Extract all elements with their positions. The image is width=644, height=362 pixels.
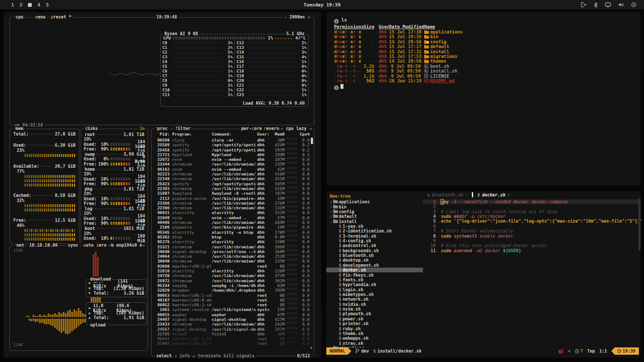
- process-row[interactable]: 2112pipewire-pulse/usr/bin/pipewire-dhh1…: [152, 196, 314, 201]
- neotree-item-default[interactable]: ❯default: [326, 214, 423, 219]
- process-row[interactable]: 96162nvimnvim --embed .dhh42M0.0: [152, 167, 314, 172]
- volume-icon[interactable]: [618, 2, 624, 7]
- process-row[interactable]: 96031alacrittyalacrittydhh151M0.0: [152, 210, 314, 215]
- process-row[interactable]: 95345alacrittyalacritty -e btopdhh170M0.…: [152, 230, 314, 235]
- net-box-title[interactable]: ³net: [13, 243, 25, 248]
- process-row[interactable]: 25972chromium/usr/lib/chromium/dhh302M0.…: [152, 278, 314, 283]
- preset-button[interactable]: preset *: [49, 15, 73, 20]
- process-row[interactable]: 23344chromium/usr/lib/chromium/dhh235M0.…: [152, 162, 314, 166]
- neotree-item-3-terminal.sh[interactable]: $3-terminal.sh: [326, 234, 423, 238]
- neotree-item-mimetypes.sh[interactable]: $mimetypes.sh: [326, 292, 423, 297]
- neotree-item-nvim.sh[interactable]: $nvim.sh: [326, 307, 423, 311]
- neotree-item-theme.sh[interactable]: $theme.sh: [326, 331, 423, 336]
- scroll-up-indicator[interactable]: ↑: [308, 132, 310, 136]
- neotree-item-printer.sh[interactable]: $printer.sh: [326, 321, 423, 326]
- process-row[interactable]: 95376alacrittyalacrittydhh158M0.0: [152, 239, 314, 244]
- process-row[interactable]: 1661systemd-resolve/usr/lib/systemd/ssys…: [152, 307, 314, 312]
- process-row[interactable]: 23366chromium/usr/lib/chromium/dhh376M0.…: [152, 201, 314, 205]
- process-row[interactable]: 42223chromium/usr/lib/chromium/dhh416M0.…: [152, 172, 314, 176]
- net-auto-button[interactable]: auto: [82, 243, 95, 248]
- cpu-box-title[interactable]: ¹cpu: [12, 15, 24, 20]
- process-row[interactable]: 24964chromium/usr/lib/chromium/dhh251M0.…: [152, 254, 314, 259]
- net-zero-button[interactable]: zero: [95, 243, 108, 248]
- signals-button[interactable]: signals: [237, 353, 255, 358]
- info-button[interactable]: info: [179, 353, 190, 358]
- process-row[interactable]: 30040chromium/usr/lib/chromium/dhh335M0.…: [152, 259, 314, 263]
- process-row[interactable]: 24640signal-desktop/proc/self/exe --tdhh…: [152, 249, 314, 254]
- process-row[interactable]: 2109pipewire/usr/bin/pipewiredhh19M0.0: [152, 225, 314, 229]
- process-row[interactable]: 89653kworker/u96:1-sdroot0B0.0: [152, 293, 314, 298]
- process-row[interactable]: 49496chromium/usr/lib/chromium/dhh269M0.…: [152, 220, 314, 225]
- process-row[interactable]: 21721HyprlandHyprlanddhh299M0.1: [152, 152, 314, 157]
- proc-box-title[interactable]: ⁴proc: [154, 126, 169, 131]
- proc-col-header[interactable]: User:: [257, 132, 270, 136]
- terminal-window[interactable]: ❯ lsPermissionsSizeUserDate ModifiedName…: [326, 12, 641, 185]
- proc-col-header[interactable]: Program:: [172, 132, 192, 136]
- neotree-item-4-config.sh[interactable]: $4-config.sh: [326, 238, 423, 243]
- process-row[interactable]: 25458spotify/opt/spotify/spotidhh297M0.2: [152, 148, 314, 152]
- process-row[interactable]: 96599slurpslurp -ordhh38M0.0: [152, 138, 314, 142]
- screen-record-icon[interactable]: [631, 2, 636, 7]
- process-row[interactable]: 93680kworker/u96:2-gfroot0B0.0: [152, 264, 314, 268]
- neotree-item-asdcontrol.sh[interactable]: $asdcontrol.sh: [326, 243, 423, 248]
- neotree-item-power.sh[interactable]: $power.sh: [326, 317, 423, 321]
- per-core-toggle[interactable]: per-core: [240, 126, 263, 131]
- scroll-down-indicator[interactable]: ↓: [310, 345, 313, 350]
- terminate-button[interactable]: terminate: [197, 353, 221, 358]
- process-row[interactable]: 49107kworker/u96:0-dmroot0B0.0: [152, 298, 314, 302]
- process-row[interactable]: 22816alacrittyalacrittydhh226M0.0: [152, 268, 314, 273]
- update-interval[interactable]: - 2000ms +: [283, 15, 311, 20]
- select-button[interactable]: select: [156, 353, 172, 358]
- neotree-item-nvidia.sh[interactable]: $nvidia.sh: [326, 302, 423, 307]
- process-row[interactable]: 95362btopbtopdhh9.0M0.0: [152, 235, 314, 239]
- process-row[interactable]: 95334swaybgswaybg -i /home/dhdhh63M0.0: [152, 283, 314, 288]
- close-icon[interactable]: ×: [465, 193, 467, 197]
- filter-button[interactable]: filter: [174, 126, 192, 131]
- process-row[interactable]: 23321chromium/usr/lib/chromium/dhh306M0.…: [152, 244, 314, 249]
- process-row[interactable]: 31949nvimnvim --embed .dhh57M0.0: [152, 215, 314, 220]
- process-row[interactable]: 21807XwaylandXwayland :0 -rootldhh187M0.…: [152, 191, 314, 196]
- process-row[interactable]: 25423spotify/opt/spotify/spotidhh505M0.0: [152, 181, 314, 186]
- neotree-item-plymouth.sh[interactable]: $plymouth.sh: [326, 311, 423, 316]
- process-row[interactable]: 25589spotify/opt/spotify/spotidhh424M0.2: [152, 142, 314, 147]
- neotree-item-docker.sh[interactable]: $docker.sh: [326, 268, 423, 272]
- neotree-item-applications[interactable]: ❯applications: [326, 199, 423, 204]
- proc-col-header[interactable]: Pid:: [152, 132, 170, 136]
- kill-button[interactable]: kill: [224, 353, 234, 358]
- editor-buffer[interactable]: 1yay -S --noconfirm --needed docker dock…: [423, 198, 641, 347]
- process-row[interactable]: 24567signal-desktop/usr/lib/signal-dedhh…: [152, 327, 314, 332]
- io-mode-toggle[interactable]: io: [138, 126, 146, 131]
- process-row[interactable]: 22029dropbox/home/dhh/.dropboxdhh395M0.0: [152, 288, 314, 293]
- display-icon[interactable]: [605, 2, 611, 7]
- process-row[interactable]: 86952kworker/u96:3-sdroot0B0.0: [152, 302, 314, 307]
- neotree-item-1-yay.sh[interactable]: $1-yay.sh: [326, 224, 423, 229]
- neotree-item-config[interactable]: ❯config: [326, 209, 423, 214]
- net-interface-switcher[interactable]: ←b enp194s0 n→: [107, 243, 146, 248]
- close-icon[interactable]: ×: [507, 193, 510, 197]
- neotree-item-bluetooth.sh[interactable]: $bluetooth.sh: [326, 253, 423, 258]
- neotree-item-fix-fkeys.sh[interactable]: $fix-fkeys.sh: [326, 272, 423, 277]
- editor-scrollbar[interactable]: [638, 198, 641, 250]
- neotree-item-webapps.sh[interactable]: $webapps.sh: [326, 336, 423, 341]
- neotree-item-login.sh[interactable]: $login.sh: [326, 287, 423, 292]
- neotree-item-install[interactable]: ⌄install: [326, 219, 423, 223]
- process-row[interactable]: 22396chromium/usr/lib/chromium/dhh131M0.…: [152, 205, 314, 210]
- process-row[interactable]: 23433chromium/usr/lib/chromium/dhh242M0.…: [152, 322, 314, 326]
- neotree-item-xtras.sh[interactable]: $xtras.sh: [326, 341, 423, 345]
- neotree-item-desktop.sh[interactable]: $desktop.sh: [326, 258, 423, 262]
- process-row[interactable]: 90541kworker/u97:1-btroot0B0.0: [152, 336, 314, 341]
- sort-column-switcher[interactable]: ← cpu lazy →: [279, 126, 313, 131]
- bluetooth-icon[interactable]: [594, 2, 598, 8]
- proc-col-header[interactable]: MemB: [268, 132, 285, 136]
- tab-docker.sh[interactable]: $docker.sh×: [473, 191, 514, 198]
- neotree-item-development.sh[interactable]: $development.sh: [326, 263, 423, 268]
- tab-bluetooth.sh[interactable]: $bluetooth.sh×: [423, 191, 472, 198]
- process-row[interactable]: 24497signal-desktopsignal-desktopdhh427M…: [152, 317, 314, 322]
- net-sync-button[interactable]: sync: [67, 243, 79, 248]
- neotree-item-backgrounds.sh[interactable]: $backgrounds.sh: [326, 248, 423, 253]
- process-row[interactable]: 22348chromium/usr/lib/chromium/dhh455M0.…: [152, 176, 314, 181]
- menu-button[interactable]: menu: [34, 15, 47, 20]
- mem-box-title[interactable]: ²mem: [12, 126, 24, 131]
- neotree-item-fonts.sh[interactable]: $fonts.sh: [326, 278, 423, 282]
- process-row[interactable]: 24720chromium/usr/lib/chromium/dhh371M0.…: [152, 273, 314, 278]
